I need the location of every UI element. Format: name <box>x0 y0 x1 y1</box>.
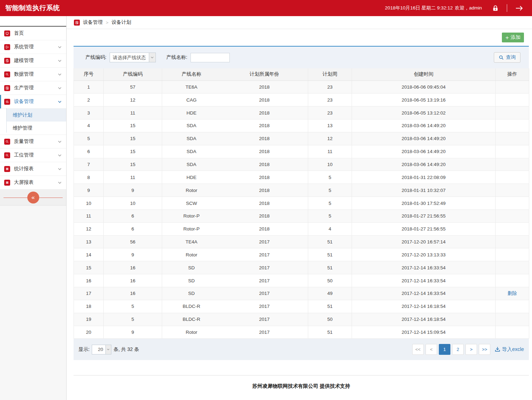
sidebar-item-label: 数据管理 <box>14 71 34 77</box>
sidebar-item-equipment-mgmt[interactable]: 设备管理 <box>0 95 66 109</box>
page-button-page-1[interactable]: 1 <box>439 344 450 355</box>
table-cell: 51 <box>308 300 352 313</box>
content-card: 产线编码: 请选择产线状态 产线名称: <box>74 46 529 360</box>
page-button-last[interactable]: >> <box>479 344 490 355</box>
pagination-controls: <<<12>>> 导入excle <box>410 344 524 355</box>
sidebar-item-stats-report[interactable]: 统计报表 <box>0 162 66 176</box>
table-row: 715SDA2018102018-03-06 14:49:20 <box>74 158 529 171</box>
sidebar-subitem-maintenance-mgmt[interactable]: 维护管理 <box>7 122 66 135</box>
page-button-first[interactable]: << <box>412 344 424 355</box>
add-button[interactable]: + 添加 <box>502 33 524 42</box>
page-size-label: 显示: <box>78 346 90 353</box>
search-icon <box>4 152 10 158</box>
gear-icon <box>4 99 10 105</box>
table-header-row: 序号 产线编码 产线名称 计划所属年份 计划周 创建时间 操作 <box>74 68 529 81</box>
import-excel-button[interactable]: 导入excle <box>495 346 524 353</box>
sidebar-item-home[interactable]: 首页 <box>0 27 66 40</box>
sidebar-top-spacer <box>0 16 66 27</box>
table-row: 126Rotor-P201842018-01-27 21:56:55 <box>74 222 529 235</box>
table-cell: 11 <box>104 171 162 184</box>
welcome-user-text: 欢迎，admin <box>455 5 482 11</box>
table-cell: 11 <box>74 209 104 222</box>
table-cell: 6 <box>104 209 162 222</box>
breadcrumb-section[interactable]: 设备管理 <box>83 19 103 26</box>
report-icon <box>4 166 10 172</box>
table-cell: SCW <box>162 197 221 210</box>
top-bar-right: 2018年10月16日 星期二 9:32:12 欢迎，admin <box>385 4 532 12</box>
table-cell: 11 <box>308 145 352 158</box>
table-cell: 5 <box>308 197 352 210</box>
action-cell <box>496 158 529 171</box>
sidebar-item-screen-report[interactable]: 大屏报表 <box>0 176 66 189</box>
col-actions: 操作 <box>496 68 529 81</box>
sidebar-subitem-maintenance-plan[interactable]: 维护计划 <box>7 109 66 122</box>
col-line-code: 产线编码 <box>104 68 162 81</box>
table-cell: SDA <box>162 119 221 132</box>
sidebar-item-system-mgmt[interactable]: 系统管理 <box>0 40 66 54</box>
col-plan-week: 计划周 <box>308 68 352 81</box>
main-content: 设备管理 > 设备计划 + 添加 产线编码: 请选择产线状态 <box>67 16 532 400</box>
table-cell: HDE <box>162 171 221 184</box>
table-cell: 2017-12-14 16:33:54 <box>352 287 496 300</box>
table-cell: 9 <box>104 326 162 339</box>
sidebar-item-station-mgmt[interactable]: 工位管理 <box>0 149 66 162</box>
table-cell: 6 <box>74 145 104 158</box>
table-cell: 10 <box>308 158 352 171</box>
table-cell: 4 <box>74 119 104 132</box>
sidebar-collapse-button[interactable]: « <box>27 192 39 204</box>
table-cell: 15 <box>74 261 104 274</box>
filter-bar: 产线编码: 请选择产线状态 产线名称: <box>74 47 529 68</box>
page-button-next[interactable]: > <box>465 344 477 355</box>
sidebar-item-model-mgmt[interactable]: 建模管理 <box>0 54 66 68</box>
home-icon <box>4 30 10 36</box>
chevron-down-icon <box>58 46 62 48</box>
lock-icon[interactable] <box>492 5 499 12</box>
query-button[interactable]: 查询 <box>494 52 520 63</box>
table-row: 1516SD2017512017-12-14 16:33:54 <box>74 261 529 274</box>
table-cell: 10 <box>74 197 104 210</box>
page-button-prev[interactable]: < <box>426 344 437 355</box>
table-row: 1356TE4A2017512017-12-20 16:57:14 <box>74 235 529 248</box>
line-name-input[interactable] <box>191 53 230 62</box>
double-left-chevron-icon: « <box>32 194 35 201</box>
table-cell: 1 <box>74 81 104 94</box>
sidebar-footer-area <box>0 206 66 400</box>
sidebar-item-quality-mgmt[interactable]: 质量管理 <box>0 135 66 149</box>
sidebar-item-production-mgmt[interactable]: 生产管理 <box>0 81 66 95</box>
table-cell: 50 <box>308 313 352 326</box>
table-cell: 7 <box>74 158 104 171</box>
table-cell: 2018-01-27 21:56:55 <box>352 209 496 222</box>
table-cell: 16 <box>104 261 162 274</box>
table-row: 157TE6A2018232018-06-06 09:45:04 <box>74 81 529 94</box>
line-code-select[interactable]: 请选择产线状态 <box>110 53 156 62</box>
sidebar-item-label: 工位管理 <box>14 152 34 158</box>
table-cell: 2017 <box>221 300 308 313</box>
top-bar: 智能制造执行系统 2018年10月16日 星期二 9:32:12 欢迎，admi… <box>0 0 532 16</box>
datetime-text: 2018年10月16日 星期二 9:32:12 <box>385 5 453 11</box>
table-cell: 2018-06-06 09:45:04 <box>352 81 496 94</box>
line-code-select-box: 请选择产线状态 <box>110 53 156 62</box>
sidebar-item-label: 生产管理 <box>14 85 34 91</box>
table-cell: 12 <box>104 94 162 106</box>
search-icon <box>499 55 504 60</box>
sidebar-item-data-mgmt[interactable]: 数据管理 <box>0 68 66 81</box>
page-button-page-2[interactable]: 2 <box>452 344 464 355</box>
table-cell: 51 <box>308 235 352 248</box>
chevron-down-icon <box>58 140 62 143</box>
line-code-label: 产线编码: <box>85 54 106 61</box>
table-cell: 2017 <box>221 313 308 326</box>
table-cell: 13 <box>74 235 104 248</box>
page-size-select[interactable]: 20 <box>92 345 111 354</box>
chevron-down-icon <box>58 60 62 62</box>
sidebar-menu: 首页系统管理建模管理数据管理生产管理设备管理维护计划维护管理质量管理工位管理统计… <box>0 27 66 189</box>
table-cell: 15 <box>104 119 162 132</box>
table-cell: 2018 <box>221 184 308 197</box>
table-cell: 2 <box>74 94 104 106</box>
chevron-down-icon <box>58 168 62 170</box>
table-cell: 2018-03-06 14:49:20 <box>352 119 496 132</box>
table-cell: 2018 <box>221 132 308 145</box>
delete-link[interactable]: 删除 <box>507 291 517 296</box>
logout-arrow-icon[interactable] <box>515 5 524 11</box>
table-row: 209Rotor2017512017-12-14 15:09:54 <box>74 326 529 339</box>
table-row: 212CAG2018232018-06-05 13:19:16 <box>74 94 529 106</box>
